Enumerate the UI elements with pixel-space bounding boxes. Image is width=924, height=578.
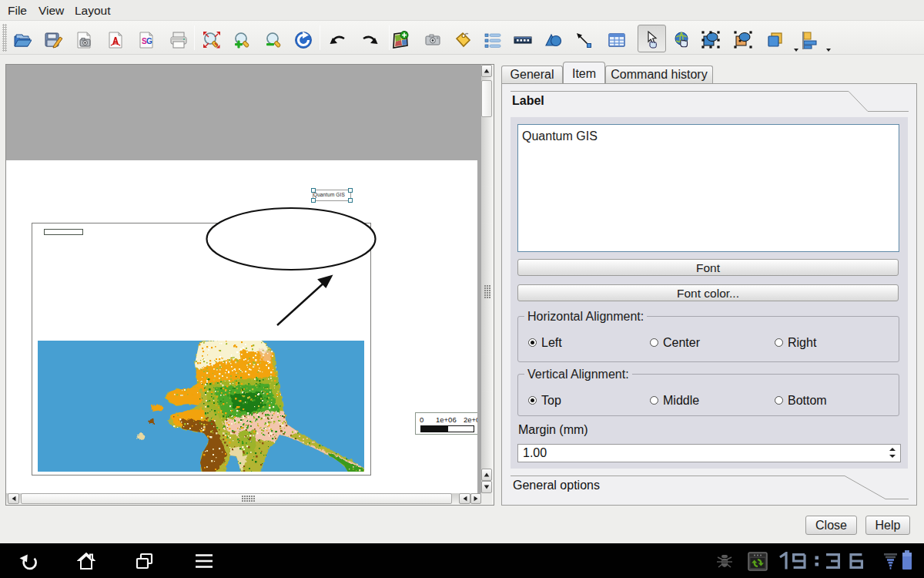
svg-text:G: G [146,37,152,45]
